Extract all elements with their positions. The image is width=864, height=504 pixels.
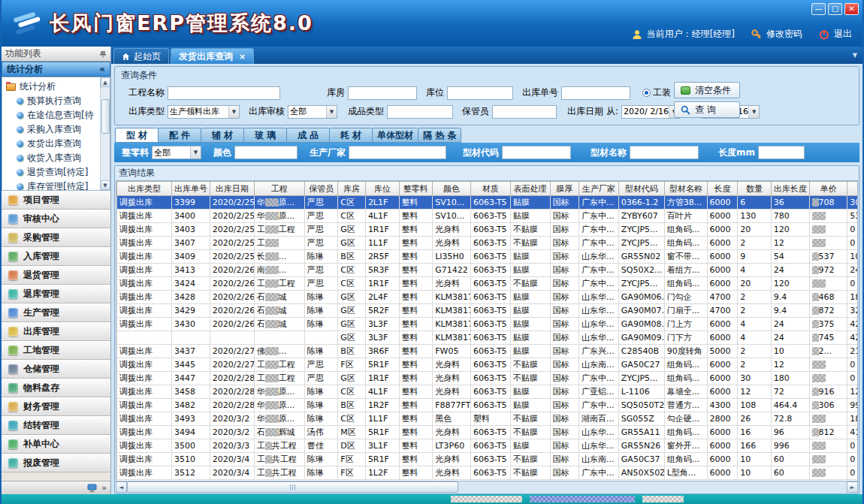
table-cell[interactable]: 241 (847, 264, 858, 277)
material-tab[interactable]: 成 品 (286, 128, 329, 143)
table-cell[interactable]: 山东南... (579, 453, 619, 466)
table-cell[interactable]: 60 (771, 466, 809, 480)
table-row[interactable]: 调拨出库34132020/2/26南...严思C区5R3F整料G71422606… (117, 264, 859, 277)
project-name-input[interactable] (168, 86, 280, 100)
change-password-link[interactable]: 修改密码 (766, 28, 802, 41)
table-cell[interactable]: 整料 (399, 304, 433, 318)
material-tab[interactable]: 单体型材 (372, 128, 418, 143)
whole-piece-select[interactable]: 全部▼ (152, 146, 201, 159)
table-cell[interactable]: 4L1F (365, 385, 399, 399)
table-cell[interactable]: 华原... (254, 385, 304, 399)
table-cell[interactable]: 2020/2/26 (210, 277, 254, 291)
table-cell[interactable] (809, 277, 847, 291)
table-cell[interactable]: 不贴膜 (510, 426, 550, 439)
column-header[interactable]: 材质 (470, 182, 510, 196)
table-cell[interactable]: 9.4 (771, 291, 809, 304)
table-row[interactable]: 调拨出库34942020/3/2石辉城汤伟M区5R1F整料光身料6063-T5不… (117, 426, 859, 439)
table-cell[interactable]: F8877FT (433, 399, 471, 412)
table-cell[interactable]: 0 (847, 237, 858, 250)
table-cell[interactable] (809, 237, 847, 250)
table-cell[interactable]: 广东中... (579, 237, 619, 250)
table-cell[interactable]: 2020/2/25 (210, 250, 254, 264)
table-cell[interactable]: 0 (847, 223, 858, 237)
table-cell[interactable]: 6063-T5 (470, 439, 510, 453)
table-cell[interactable]: 黑色 (433, 412, 471, 426)
table-cell[interactable]: 广东中... (579, 210, 619, 223)
table-cell[interactable]: 光身料 (433, 237, 471, 250)
table-cell[interactable]: 山东华... (579, 318, 619, 331)
table-row[interactable]: 调拨出库34372020/2/27佛...陈琳B区3R6F整料FW056063-… (117, 345, 859, 358)
table-cell[interactable]: 门上方 (664, 318, 707, 331)
table-cell[interactable]: 3437 (172, 345, 210, 358)
table-cell[interactable]: 石辉城 (254, 426, 304, 439)
sidebar-item-return-goods[interactable]: 退货管理 (2, 266, 110, 285)
table-cell[interactable]: 陈琳 (304, 466, 338, 480)
table-cell[interactable] (809, 223, 847, 237)
table-cell[interactable]: 严思 (304, 237, 338, 250)
table-row[interactable]: 调拨出库35122020/3/4工共工程陈琳F区1L2F整料光身料6063-T5… (117, 466, 859, 480)
table-cell[interactable]: C区 (338, 385, 366, 399)
table-cell[interactable]: 国标 (550, 277, 579, 291)
table-cell[interactable]: C区 (338, 412, 366, 426)
table-cell[interactable]: 不贴膜 (510, 223, 550, 237)
table-cell[interactable]: 3R6F (365, 345, 399, 358)
sidebar-item-carryover[interactable]: 结转管理 (2, 416, 110, 435)
table-cell[interactable]: GA90M08... (618, 318, 664, 331)
table-cell[interactable] (809, 439, 847, 453)
table-cell[interactable]: 6000 (707, 250, 738, 264)
table-cell[interactable]: 整料 (399, 453, 433, 466)
table-cell[interactable]: 山东华... (579, 291, 619, 304)
table-cell[interactable]: L型角... (664, 466, 707, 480)
table-cell[interactable]: 10 (771, 345, 809, 358)
table-cell[interactable]: 光身料 (433, 372, 471, 385)
table-cell[interactable]: 曹佳 (304, 439, 338, 453)
table-cell[interactable]: 2020/3/4 (210, 466, 254, 480)
audit-select[interactable]: 全部▼ (288, 105, 337, 119)
table-cell[interactable] (117, 331, 172, 345)
table-cell[interactable]: 3429 (172, 304, 210, 318)
table-cell[interactable]: 调拨出库 (117, 291, 172, 304)
table-cell[interactable]: 2 (738, 237, 772, 250)
table-cell[interactable] (809, 358, 847, 372)
table-row[interactable]: 调拨出库34472020/2/28工工程严思G区1R1F整料光身料6063-T5… (117, 372, 859, 385)
table-cell[interactable]: 1R1F (365, 372, 399, 385)
table-cell[interactable]: G区 (338, 318, 366, 331)
table-cell[interactable]: 708 (809, 196, 847, 210)
table-cell[interactable]: 4L1F (365, 210, 399, 223)
table-cell[interactable]: SQ50X2... (618, 264, 664, 277)
table-cell[interactable]: 调拨出库 (117, 277, 172, 291)
table-cell[interactable]: 6063-T5 (470, 237, 510, 250)
table-cell[interactable]: ZYCJP5... (618, 277, 664, 291)
sidebar-item-warehouse[interactable]: 仓储管理 (2, 360, 110, 379)
color-input[interactable] (234, 146, 298, 159)
table-cell[interactable]: 90度转角 (664, 345, 707, 358)
table-cell[interactable]: 2020/2/26 (210, 304, 254, 318)
table-cell[interactable]: 严思 (304, 223, 338, 237)
table-cell[interactable]: 山东华... (579, 426, 619, 439)
table-cell[interactable]: 6063-T5 (470, 385, 510, 399)
table-cell[interactable]: 10 (738, 453, 772, 466)
table-cell[interactable]: C区 (338, 264, 366, 277)
table-cell[interactable]: 26 (738, 412, 772, 426)
table-cell[interactable]: 4 (738, 318, 772, 331)
table-cell[interactable]: 20 (738, 277, 772, 291)
table-cell[interactable]: 国标 (550, 223, 579, 237)
table-cell[interactable]: 贴膜 (510, 250, 550, 264)
table-cell[interactable]: 306 (809, 399, 847, 412)
table-cell[interactable]: 6063-T5 (470, 318, 510, 331)
table-cell[interactable]: 方管38... (664, 196, 707, 210)
table-cell[interactable]: 调拨出库 (117, 385, 172, 399)
table-cell[interactable]: 96 (771, 426, 809, 439)
table-cell[interactable]: 308 (847, 196, 858, 210)
table-cell[interactable]: 广东中... (579, 399, 619, 412)
table-cell[interactable]: 6063-T5 (470, 264, 510, 277)
order-no-input[interactable] (561, 86, 630, 100)
table-cell[interactable]: 国标 (550, 399, 579, 412)
table-cell[interactable]: 998 (847, 399, 858, 412)
table-cell[interactable]: 工共工程 (254, 466, 304, 480)
table-cell[interactable]: 0 (847, 439, 858, 453)
table-cell[interactable]: 4300 (707, 399, 738, 412)
table-cell[interactable]: GA50C37 (618, 453, 664, 466)
table-cell[interactable]: 贴膜 (510, 196, 550, 210)
table-cell[interactable]: 华原... (254, 399, 304, 412)
